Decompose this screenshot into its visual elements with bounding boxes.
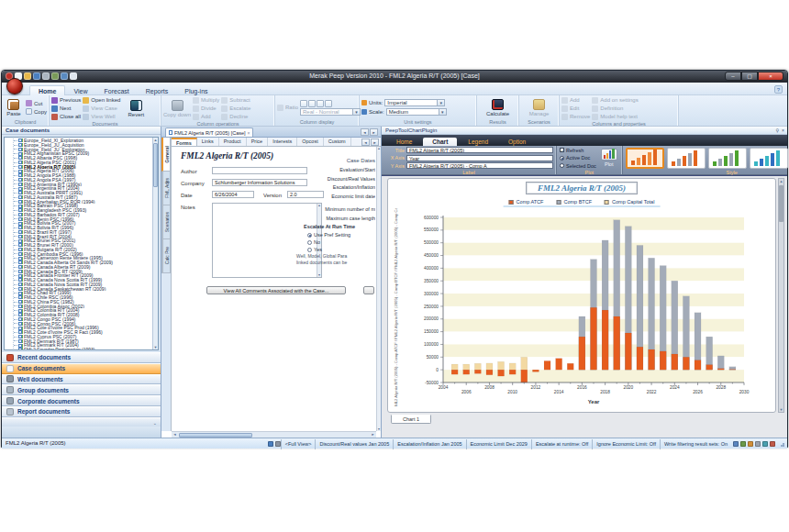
divide-button[interactable]: Divide bbox=[193, 105, 219, 112]
ribbon-tab-home[interactable]: Home bbox=[29, 85, 65, 95]
chart-title-field[interactable]: FML2 Algeria R/T (2005) bbox=[406, 147, 553, 153]
subtract-button[interactable]: Subtract bbox=[221, 96, 250, 104]
add-on-settings-button[interactable]: Add on settings bbox=[592, 96, 638, 104]
add-button[interactable]: Add bbox=[193, 113, 219, 120]
sync-icon[interactable] bbox=[268, 441, 273, 447]
plot-button[interactable]: Plot bbox=[599, 149, 619, 167]
sidebar-item-well-documents[interactable]: Well documents bbox=[2, 374, 161, 385]
open-linked-button[interactable]: Open linked bbox=[83, 96, 120, 104]
side-tab-general[interactable]: General bbox=[161, 138, 171, 172]
scrollbar-thumb[interactable] bbox=[779, 185, 783, 222]
tab-product[interactable]: Product bbox=[219, 138, 247, 146]
tab-forms[interactable]: Forms bbox=[172, 138, 197, 146]
ribbon-tab-plug-ins[interactable]: Plug-ins bbox=[176, 86, 216, 95]
chart-sheet-tab[interactable]: Chart 1 bbox=[391, 415, 431, 424]
view-well-button[interactable]: View Well bbox=[83, 113, 120, 120]
tab-custom[interactable]: Custom bbox=[324, 138, 351, 146]
chart-style-3[interactable] bbox=[708, 148, 747, 169]
plugin-tab-legend[interactable]: Legend bbox=[459, 138, 497, 146]
decline-button[interactable]: Decline bbox=[221, 113, 250, 120]
sidebar-item-corporate-documents[interactable]: Corporate documents bbox=[2, 395, 161, 406]
radio-no[interactable]: No bbox=[291, 238, 375, 246]
zoom-display-icon[interactable] bbox=[308, 100, 316, 107]
tab-scroll-right-icon[interactable]: ► bbox=[370, 128, 378, 136]
sum-display-icon[interactable] bbox=[317, 100, 324, 107]
edit-icon[interactable] bbox=[770, 441, 775, 447]
escalate-button[interactable]: Escalate bbox=[221, 105, 250, 112]
date-field[interactable]: 6/26/2004 bbox=[212, 191, 254, 198]
edit-column-button[interactable]: Edit bbox=[561, 105, 590, 112]
form-vertical-scrollbar[interactable]: ▲▼ bbox=[376, 147, 381, 431]
tab-scroll-left-icon[interactable]: ◄ bbox=[361, 139, 370, 146]
chart-panel-scrollbar[interactable]: ▲▼ bbox=[778, 178, 784, 413]
scale-select[interactable]: Medium▾ bbox=[386, 108, 447, 116]
refresh-icon[interactable] bbox=[762, 441, 768, 447]
sidebar-configure-strip[interactable]: ⌄ bbox=[2, 417, 161, 427]
ribbon-tab-view[interactable]: View bbox=[65, 86, 95, 95]
chart-style-4[interactable] bbox=[750, 148, 788, 169]
close-panel-icon[interactable]: × bbox=[782, 127, 784, 134]
radio-yes[interactable]: Yes bbox=[291, 246, 375, 253]
real-nominal-select[interactable]: Real - Nominal ▾ bbox=[300, 108, 361, 116]
cut-button[interactable]: Cut bbox=[26, 100, 47, 107]
definition-button[interactable]: Definition bbox=[592, 105, 638, 112]
chart-style-1[interactable] bbox=[626, 148, 664, 169]
ribbon-tab-reports[interactable]: Reports bbox=[138, 86, 177, 95]
form-horizontal-scrollbar[interactable]: ◄ ► bbox=[172, 431, 376, 438]
copy-down-button[interactable]: Copy down bbox=[163, 99, 191, 118]
tab-interests[interactable]: Interests bbox=[268, 138, 297, 146]
model-help-text-button[interactable]: Model help text bbox=[592, 113, 638, 120]
application-menu-orb[interactable] bbox=[6, 78, 23, 94]
list-item[interactable]: FML2 Ecuador Participation (1993) bbox=[5, 348, 152, 350]
maximize-button[interactable]: ▢ bbox=[741, 72, 758, 81]
refresh-checkbox[interactable]: ✓ Refresh bbox=[560, 147, 596, 154]
chart-view-icon[interactable] bbox=[748, 441, 753, 447]
add-column-button[interactable]: Add bbox=[561, 96, 590, 104]
tab-opcost[interactable]: Opcost bbox=[297, 138, 323, 146]
font-display-icon[interactable] bbox=[300, 100, 307, 107]
side-tab-fml-adjts[interactable]: FML Adjts bbox=[161, 172, 171, 205]
tab-scroll-left-icon[interactable]: ◄ bbox=[361, 128, 369, 136]
previous-button[interactable]: Previous bbox=[51, 96, 81, 104]
scroll-down-icon[interactable]: ▼ bbox=[153, 345, 158, 349]
pin-icon[interactable]: ⚲ bbox=[775, 127, 779, 134]
sidebar-item-group-documents[interactable]: Group documents bbox=[2, 384, 161, 395]
doc-view-icon[interactable] bbox=[740, 441, 746, 447]
help-icon[interactable]: ? bbox=[774, 85, 783, 94]
document-list-scrollbar[interactable]: ▲ ▼ bbox=[152, 138, 158, 349]
resize-grip-icon[interactable] bbox=[778, 440, 785, 448]
calculate-button[interactable]: Calculate bbox=[484, 98, 512, 117]
view-comments-button[interactable]: View All Comments Associated with the Ca… bbox=[206, 286, 346, 294]
units-select[interactable]: Imperial▾ bbox=[384, 99, 445, 106]
close-all-button[interactable]: Close all bbox=[51, 113, 81, 120]
side-tab-calc-pre[interactable]: Calc Pre bbox=[161, 239, 171, 273]
percent-display-icon[interactable] bbox=[325, 100, 332, 107]
side-tab-scenarios[interactable]: Scenarios bbox=[161, 205, 171, 239]
lock-icon[interactable] bbox=[755, 441, 761, 447]
chart-style-2[interactable] bbox=[667, 148, 706, 169]
close-tab-icon[interactable]: × bbox=[248, 130, 250, 136]
manage-button[interactable]: Manage bbox=[526, 98, 553, 117]
close-button[interactable]: × bbox=[758, 72, 783, 81]
tab-links[interactable]: Links bbox=[197, 138, 219, 146]
sidebar-item-report-documents[interactable]: Report documents bbox=[2, 406, 161, 417]
remove-column-button[interactable]: Remove bbox=[561, 113, 590, 120]
ribbon-tab-forecast[interactable]: Forecast bbox=[96, 86, 138, 95]
tab-scroll-right-icon[interactable]: ► bbox=[371, 139, 379, 146]
minimize-button[interactable]: – bbox=[725, 72, 741, 81]
paste-button[interactable]: Paste bbox=[4, 98, 24, 117]
side-mini-button[interactable] bbox=[363, 286, 374, 294]
full-view-icon[interactable] bbox=[733, 441, 739, 447]
y-axis-field[interactable]: FML2 Algeria R/T (2005) - Comp A bbox=[406, 162, 553, 169]
ratio-button[interactable]: Ratio bbox=[277, 104, 298, 111]
tab-price[interactable]: Price bbox=[247, 138, 269, 146]
radio-active-doc[interactable]: Active Doc bbox=[560, 155, 596, 162]
next-button[interactable]: Next bbox=[51, 105, 81, 112]
x-axis-field[interactable]: Year bbox=[406, 155, 553, 161]
copy-button[interactable]: Copy bbox=[26, 108, 47, 116]
plugin-tab-option[interactable]: Option bbox=[499, 138, 535, 146]
sidebar-item-recent-documents[interactable]: Recent documents bbox=[2, 352, 161, 363]
scroll-up-icon[interactable]: ▲ bbox=[153, 138, 158, 142]
radio-selected-doc[interactable]: Selected Doc bbox=[560, 162, 596, 170]
scrollbar-thumb[interactable] bbox=[153, 143, 158, 187]
